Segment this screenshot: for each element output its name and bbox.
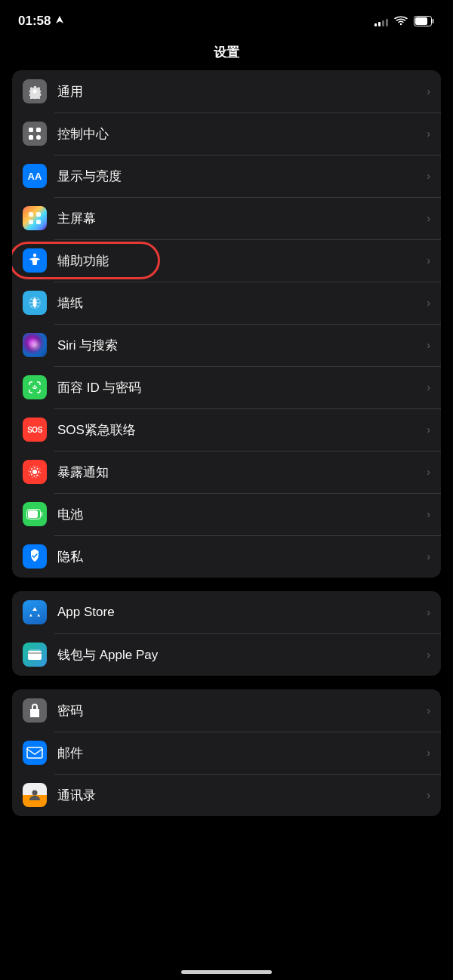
sos-icon: SOS xyxy=(23,418,47,442)
accessibility-icon xyxy=(23,248,47,273)
faceid-icon xyxy=(23,375,47,399)
contacts-label: 通讯录 xyxy=(57,787,427,804)
settings-group-3: 密码 › 邮件 › 通讯录 › xyxy=(12,689,441,816)
location-icon xyxy=(55,16,64,26)
sos-label: SOS紧急联络 xyxy=(57,421,427,439)
settings-row-siri[interactable]: Siri 与搜索 › xyxy=(12,324,441,366)
home-indicator xyxy=(181,970,272,974)
home-screen-icon xyxy=(23,206,47,230)
svg-rect-2 xyxy=(415,17,427,25)
appstore-icon xyxy=(23,600,47,624)
settings-row-sos[interactable]: SOS SOS紧急联络 › xyxy=(12,408,441,451)
battery-row-icon xyxy=(23,502,47,526)
settings-group-1: 通用 › 控制中心 › AA 显示与亮度 › xyxy=(12,70,441,578)
svg-rect-9 xyxy=(29,220,33,224)
battery-label: 电池 xyxy=(57,506,427,523)
svg-rect-10 xyxy=(36,220,41,224)
svg-point-11 xyxy=(33,254,36,257)
battery-chevron: › xyxy=(427,508,430,520)
privacy-chevron: › xyxy=(427,550,430,562)
settings-row-display[interactable]: AA 显示与亮度 › xyxy=(12,155,441,197)
passwords-icon xyxy=(23,698,47,723)
home-screen-label: 主屏幕 xyxy=(57,210,427,227)
settings-row-general[interactable]: 通用 › xyxy=(12,70,441,112)
privacy-icon xyxy=(23,544,47,569)
settings-container: 通用 › 控制中心 › AA 显示与亮度 › xyxy=(0,70,453,816)
display-chevron: › xyxy=(427,170,430,182)
settings-group-2: App Store › 钱包与 Apple Pay › xyxy=(12,591,441,676)
mail-icon xyxy=(23,741,47,765)
settings-row-mail[interactable]: 邮件 › xyxy=(12,732,441,774)
settings-row-faceid[interactable]: 面容 ID 与密码 › xyxy=(12,366,441,408)
wallpaper-label: 墙纸 xyxy=(57,294,427,312)
passwords-label: 密码 xyxy=(57,702,427,720)
siri-chevron: › xyxy=(427,339,430,351)
svg-rect-24 xyxy=(27,747,42,758)
home-screen-chevron: › xyxy=(427,212,430,224)
page-title: 设置 xyxy=(0,38,453,70)
settings-row-wallpaper[interactable]: 墙纸 › xyxy=(12,282,441,324)
svg-point-14 xyxy=(32,470,37,474)
svg-rect-4 xyxy=(36,128,41,132)
svg-rect-1 xyxy=(432,19,434,23)
settings-row-accessibility[interactable]: 辅助功能 › xyxy=(12,239,441,282)
display-icon: AA xyxy=(23,164,47,188)
appstore-chevron: › xyxy=(427,606,430,618)
svg-rect-3 xyxy=(29,128,33,132)
exposure-icon xyxy=(23,460,47,484)
display-label: 显示与亮度 xyxy=(57,168,427,185)
time-display: 01:58 xyxy=(18,14,51,29)
control-center-icon xyxy=(23,122,47,146)
wallet-label: 钱包与 Apple Pay xyxy=(57,646,427,664)
signal-icon xyxy=(374,16,388,26)
faceid-label: 面容 ID 与密码 xyxy=(57,379,427,396)
settings-row-exposure[interactable]: 暴露通知 › xyxy=(12,451,441,493)
svg-rect-18 xyxy=(41,512,43,516)
settings-row-battery[interactable]: 电池 › xyxy=(12,493,441,535)
general-label: 通用 xyxy=(57,83,427,100)
sos-chevron: › xyxy=(427,424,430,436)
exposure-chevron: › xyxy=(427,466,430,478)
svg-point-6 xyxy=(36,135,41,140)
svg-rect-23 xyxy=(34,713,35,716)
contacts-icon xyxy=(23,783,47,807)
settings-row-control-center[interactable]: 控制中心 › xyxy=(12,112,441,155)
svg-rect-5 xyxy=(29,135,33,140)
accessibility-chevron: › xyxy=(427,254,430,267)
passwords-chevron: › xyxy=(427,704,430,717)
settings-row-privacy[interactable]: 隐私 › xyxy=(12,535,441,578)
svg-rect-8 xyxy=(36,212,41,217)
siri-label: Siri 与搜索 xyxy=(57,337,427,354)
general-chevron: › xyxy=(427,85,430,97)
settings-row-appstore[interactable]: App Store › xyxy=(12,591,441,633)
mail-label: 邮件 xyxy=(57,744,427,762)
wallet-icon xyxy=(23,643,47,667)
wallpaper-icon xyxy=(23,291,47,315)
general-icon xyxy=(23,79,47,103)
siri-icon xyxy=(23,333,47,357)
appstore-label: App Store xyxy=(57,605,427,620)
status-bar: 01:58 xyxy=(0,0,453,38)
svg-rect-21 xyxy=(37,655,41,658)
control-center-label: 控制中心 xyxy=(57,125,427,143)
status-time: 01:58 xyxy=(18,14,64,29)
battery-icon xyxy=(414,16,435,26)
settings-row-home-screen[interactable]: 主屏幕 › xyxy=(12,197,441,239)
faceid-chevron: › xyxy=(427,381,430,393)
contacts-chevron: › xyxy=(427,789,430,801)
svg-rect-7 xyxy=(29,212,33,217)
accessibility-label: 辅助功能 xyxy=(57,252,427,270)
svg-point-25 xyxy=(32,790,38,796)
settings-row-passwords[interactable]: 密码 › xyxy=(12,689,441,732)
exposure-label: 暴露通知 xyxy=(57,464,427,481)
settings-row-wallet[interactable]: 钱包与 Apple Pay › xyxy=(12,633,441,676)
wallet-chevron: › xyxy=(427,649,430,661)
mail-chevron: › xyxy=(427,747,430,759)
control-center-chevron: › xyxy=(427,128,430,140)
status-icons xyxy=(374,16,435,26)
privacy-label: 隐私 xyxy=(57,548,427,566)
settings-row-contacts[interactable]: 通讯录 › xyxy=(12,774,441,816)
svg-rect-19 xyxy=(28,510,38,518)
wifi-icon xyxy=(394,16,408,26)
wallpaper-chevron: › xyxy=(427,297,430,309)
